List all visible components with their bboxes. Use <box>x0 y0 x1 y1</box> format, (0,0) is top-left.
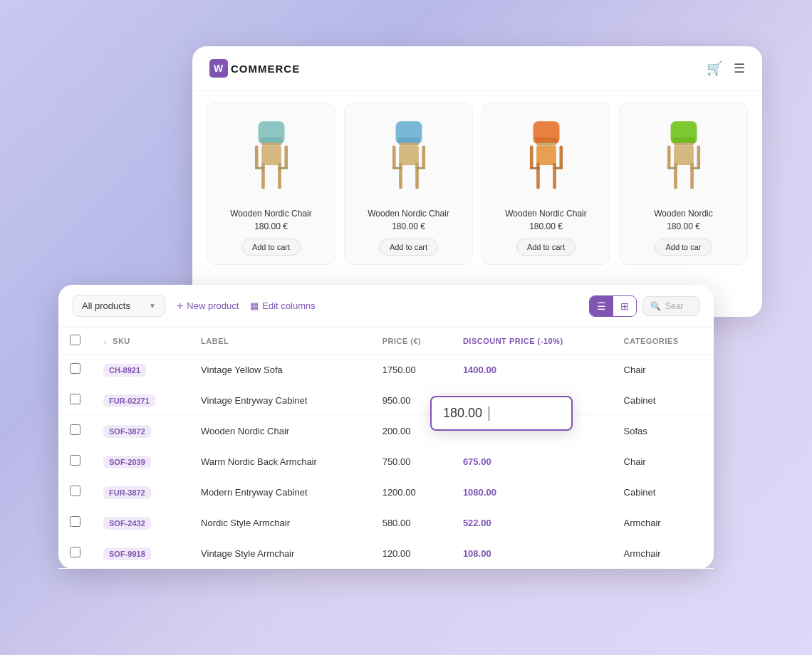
sku-badge: SOF-2039 <box>103 456 151 468</box>
table-row: CH-8921 Vintage Yellow Sofa 1750.00 1400… <box>58 355 714 385</box>
svg-rect-8 <box>254 167 264 169</box>
sku-badge: FUR-3872 <box>103 486 151 499</box>
row-checkbox[interactable] <box>70 516 80 527</box>
sort-down-icon: ↓ <box>103 337 108 345</box>
svg-rect-23 <box>536 145 556 165</box>
categories-cell: Armchair <box>613 538 714 569</box>
table-header: ↓ SKU LABEL PRICE (€) DISCOUNT PRICE (-1… <box>58 328 714 355</box>
list-view-button[interactable]: ☰ <box>590 296 613 316</box>
add-to-cart-btn-2[interactable]: Add to cart <box>379 239 438 256</box>
svg-rect-3 <box>261 145 281 165</box>
add-to-cart-btn-3[interactable]: Add to cart <box>516 239 576 256</box>
cart-icon[interactable]: 🛒 <box>707 61 722 76</box>
grid-view-button[interactable]: ⊞ <box>613 296 636 316</box>
svg-rect-2 <box>261 143 281 146</box>
new-product-label: New product <box>187 300 239 311</box>
header-discount: DISCOUNT PRICE (-10%) <box>452 328 613 355</box>
sku-badge: SOF-2432 <box>103 517 151 530</box>
svg-rect-9 <box>278 167 288 169</box>
product-card-2: Wooden Nordic Chair 180.00 € Add to cart <box>344 103 473 265</box>
svg-rect-18 <box>392 167 402 169</box>
discount-cell-editing[interactable]: 180.00 <box>452 416 613 446</box>
sku-badge: CH-8921 <box>103 364 146 377</box>
woo-logo-box: W <box>209 59 228 78</box>
product-price-2: 180.00 € <box>392 221 425 231</box>
svg-rect-33 <box>674 145 694 165</box>
add-to-cart-btn-4[interactable]: Add to car <box>655 239 712 256</box>
label-cell: Warm Nordic Back Armchair <box>189 446 371 477</box>
categories-cell: Cabinet <box>613 385 714 416</box>
svg-rect-19 <box>415 167 425 169</box>
header-categories: CATEGORIES <box>613 328 714 355</box>
product-name-2: Wooden Nordic Chair <box>368 209 449 219</box>
price-cell: 120.00 <box>371 538 452 569</box>
table-row: SOF-2039 Warm Nordic Back Armchair 750.0… <box>58 446 714 477</box>
discount-cell: 675.00 <box>452 446 613 477</box>
svg-rect-16 <box>392 145 395 168</box>
categories-cell: Cabinet <box>613 477 714 508</box>
discount-cell: 108.00 <box>452 538 613 569</box>
woo-letter: W <box>214 63 224 74</box>
row-checkbox[interactable] <box>70 455 80 466</box>
woocommerce-store-card: W COMMERCE 🛒 ☰ Wooden Nordic Chai <box>192 46 762 317</box>
row-checkbox[interactable] <box>70 486 80 496</box>
svg-rect-1 <box>260 137 282 142</box>
svg-rect-21 <box>535 137 557 142</box>
edit-value: 180.00 <box>443 406 482 420</box>
header-checkbox-col <box>58 328 92 355</box>
menu-icon[interactable]: ☰ <box>734 61 745 76</box>
header-label: LABEL <box>189 328 371 355</box>
sku-cell: FUR-3872 <box>92 477 189 508</box>
row-checkbox[interactable] <box>70 424 80 435</box>
admin-product-table-card: All products ▼ + New product ▦ Edit colu… <box>58 285 714 569</box>
svg-rect-39 <box>690 167 700 169</box>
svg-rect-24 <box>536 162 540 189</box>
table-row: FUR-3872 Modern Entryway Cabinet 1200.00… <box>58 477 714 508</box>
sku-cell: FUR-02271 <box>92 385 189 416</box>
row-checkbox-cell <box>58 477 92 508</box>
list-view-icon: ☰ <box>597 300 606 312</box>
new-product-button[interactable]: + New product <box>177 300 239 313</box>
svg-rect-29 <box>553 167 563 169</box>
row-checkbox[interactable] <box>70 363 80 374</box>
columns-icon: ▦ <box>250 300 259 311</box>
woo-header: W COMMERCE 🛒 ☰ <box>192 46 762 91</box>
grid-view-icon: ⊞ <box>620 300 629 312</box>
price-cell: 1200.00 <box>371 477 452 508</box>
search-placeholder-text: Sear <box>665 301 683 311</box>
row-checkbox[interactable] <box>70 547 80 557</box>
search-box[interactable]: 🔍 Sear <box>642 296 699 316</box>
dropdown-arrow-icon: ▼ <box>149 302 156 310</box>
admin-toolbar: All products ▼ + New product ▦ Edit colu… <box>58 285 714 328</box>
filter-dropdown[interactable]: All products ▼ <box>73 295 165 317</box>
table-row: SOF-2432 Nordic Style Armchair 580.00 52… <box>58 508 714 538</box>
svg-rect-7 <box>284 145 288 168</box>
price-cell: 580.00 <box>371 508 452 538</box>
chair-image-teal <box>236 115 307 200</box>
svg-rect-17 <box>422 145 425 168</box>
label-cell: Vintage Yellow Sofa <box>189 355 371 385</box>
label-cell: Vintage Entryway Cabinet <box>189 385 371 416</box>
svg-rect-28 <box>529 167 539 169</box>
svg-rect-31 <box>672 137 694 142</box>
sku-cell: SOF-2432 <box>92 508 189 538</box>
label-cell: Vintage Style Armchair <box>189 538 371 569</box>
sku-badge: SOF-3872 <box>103 425 151 438</box>
svg-rect-37 <box>697 145 700 168</box>
select-all-checkbox[interactable] <box>70 335 80 345</box>
chair-image-orange <box>511 115 582 200</box>
svg-rect-25 <box>553 162 556 189</box>
toolbar-right: ☰ ⊞ 🔍 Sear <box>589 295 699 317</box>
row-checkbox[interactable] <box>70 394 80 404</box>
chair-image-blue <box>373 115 444 200</box>
woo-logo: W COMMERCE <box>209 59 300 78</box>
discount-cell: 1080.00 <box>452 477 613 508</box>
svg-rect-6 <box>254 145 258 168</box>
product-price-3: 180.00 € <box>529 221 563 231</box>
table-row: SOF-9918 Vintage Style Armchair 120.00 1… <box>58 538 714 569</box>
product-price-4: 180.00 € <box>667 221 700 231</box>
add-to-cart-btn-1[interactable]: Add to cart <box>241 239 301 256</box>
edit-columns-button[interactable]: ▦ Edit columns <box>250 300 315 311</box>
filter-label: All products <box>82 300 130 311</box>
inline-edit-input[interactable]: 180.00 <box>430 396 573 431</box>
